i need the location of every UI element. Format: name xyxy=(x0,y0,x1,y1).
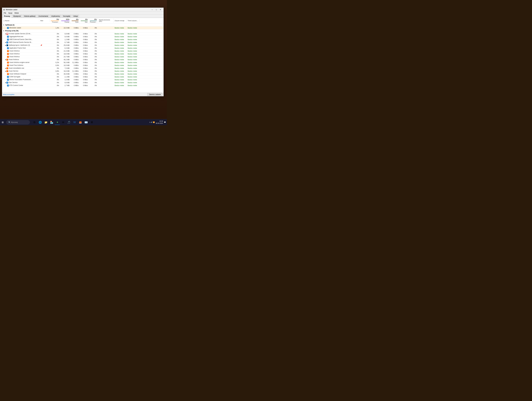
table-row[interactable]: ▶🛡Avast Antivirus0%40,2 MB0 MB/s0 Mb/s0%… xyxy=(2,58,164,61)
row-chevron-icon: ▶ xyxy=(5,42,6,43)
table-row[interactable]: 🛡Avast Antivirus0%19,0 MB0 MB/s0 Mb/s0%B… xyxy=(2,52,164,55)
cell-status: 📌 xyxy=(39,44,50,46)
cell-mem: 0,8 MB xyxy=(60,33,70,35)
maximize-button[interactable]: □ xyxy=(154,8,158,11)
group-label: Aplikacje (1) xyxy=(5,24,14,26)
table-row[interactable]: ⊞Device Association Framework ...0%3,3 M… xyxy=(2,78,164,81)
table-row[interactable]: ▶🅰Acrobat Update Service (32-bit...0%0,8… xyxy=(2,32,164,35)
tab-historia[interactable]: Historia aplikacji xyxy=(23,15,37,18)
close-button[interactable]: ✕ xyxy=(158,8,163,11)
col-header-mem[interactable]: 52% Pamięć xyxy=(60,18,70,23)
less-details-link[interactable]: Mniej szczegółów xyxy=(3,94,14,95)
taskbar-word[interactable]: W xyxy=(72,120,77,125)
table-row[interactable]: 🛡Avast Antivirus0%24,7 MB0 MB/s0 Mb/s0%B… xyxy=(2,55,164,58)
end-task-button[interactable]: Zakończ zadanie xyxy=(147,93,163,96)
cell-status xyxy=(39,65,50,66)
taskbar-explorer[interactable]: 📁 xyxy=(43,120,49,125)
tab-procesy[interactable]: Procesy xyxy=(3,15,12,18)
table-row[interactable]: ⊞AMD External Events Client Mo...0%1,2 M… xyxy=(2,38,164,41)
taskbar-mail[interactable]: ✉ xyxy=(61,120,66,125)
cell-disk: 0 MB/s xyxy=(70,27,80,29)
taskbar-multitasking[interactable]: ⧉ xyxy=(32,120,37,125)
process-name: Avast Antivirus xyxy=(9,56,19,58)
taskbar-store[interactable]: 🏪 xyxy=(49,120,54,125)
tab-wydajnosc[interactable]: Wydajność xyxy=(12,15,22,18)
col-header-disk[interactable]: 6% Dysk xyxy=(70,18,80,23)
cell-gpu: 0% xyxy=(89,70,98,72)
cell-energy-trend: Bardzo niskie xyxy=(127,73,140,75)
cell-gpu-eng xyxy=(98,54,114,54)
start-button[interactable]: ⊞ xyxy=(0,119,5,125)
notification-icon[interactable]: 💬 xyxy=(164,121,166,123)
process-icon: ⊞ xyxy=(6,82,8,84)
cell-energy-trend: Bardzo niskie xyxy=(127,76,140,78)
clock-time: 15:36 xyxy=(156,120,163,122)
taskbar-clock[interactable]: 15:36 06.04.2024 xyxy=(156,120,163,124)
menu-opcje[interactable]: Opcje xyxy=(7,12,13,14)
col-header-energy-trend[interactable]: Trend zużycia ... xyxy=(127,19,140,22)
tab-uzytkownicy[interactable]: Użytkownicy xyxy=(50,15,61,18)
title-bar-controls: ─ □ ✕ xyxy=(150,8,163,11)
cell-energy-trend: Bardzo niskie xyxy=(127,58,140,61)
cell-gpu-eng xyxy=(98,71,114,71)
table-row[interactable]: ▶🛡Avast Service0,8%34,6 MB0,1 MB/s0 Mb/s… xyxy=(2,70,164,73)
col-header-name[interactable]: ▲ Nazwa xyxy=(2,19,39,22)
cell-mem: 25,8 MB xyxy=(60,44,70,46)
cell-status xyxy=(39,77,50,77)
search-bar[interactable]: 🔍 Wyszukaj xyxy=(6,120,30,124)
process-name: Application Frame Host xyxy=(9,47,26,49)
col-header-gpu-eng[interactable]: Aparat procesora GPU xyxy=(98,19,114,23)
cell-gpu-eng xyxy=(98,45,114,45)
table-row[interactable]: ⊞ETD Control Center0%2,7 MB0 MB/s0 Mb/s0… xyxy=(2,84,164,87)
cell-energy: Bardzo niskie xyxy=(114,27,127,29)
process-name: Avast Software Analyzer xyxy=(9,73,26,75)
cell-name: 🛡Avast Free Antivirus xyxy=(2,64,39,67)
col-header-energy[interactable]: Zużycie energii xyxy=(114,19,127,22)
taskbar-firefox[interactable]: 🦊 xyxy=(78,120,83,125)
cell-energy: Bardzo niskie xyxy=(114,47,127,49)
taskbar-vlc[interactable]: 🎵 xyxy=(66,120,71,125)
cell-energy-trend: Bardzo niskie xyxy=(127,64,140,67)
minimize-button[interactable]: ─ xyxy=(150,8,154,11)
table-row[interactable]: ⊞AggregatorHost.exe0%0,6 MB0 MB/s0 Mb/s0… xyxy=(2,35,164,38)
tab-szczegoly[interactable]: Szczegóły xyxy=(62,15,72,18)
group-header-1[interactable]: ▼Procesy w tle (74) xyxy=(2,29,164,32)
table-row[interactable]: 🛡Avast Free Antivirus0,6%10,5 MB0 MB/s0 … xyxy=(2,64,164,67)
process-name: Avast remediation exe xyxy=(9,67,24,69)
group-label: Procesy w tle (74) xyxy=(5,30,18,32)
table-row[interactable]: ▶⊞Elan Service0%0,6 MB0 MB/s0 Mb/s0%Bard… xyxy=(2,81,164,84)
chevron-icon: ▼ xyxy=(3,30,4,32)
table-row[interactable]: 🖥Menedżer zadań1,4%22,5 MB0 MB/s0 Mb/s0%… xyxy=(2,26,164,29)
process-name: Avast Antivirus xyxy=(9,53,19,55)
cell-energy-trend: Bardzo niskie xyxy=(127,67,140,70)
group-header-0[interactable]: ▼Aplikacje (1) xyxy=(2,24,164,26)
table-row[interactable]: ▶🛡Avast remediation exe0%7,0 MB0 MB/s0 M… xyxy=(2,67,164,70)
cell-mem: 0,6 MB xyxy=(60,81,70,84)
table-row[interactable]: 🛡Avast Antivirus0%21,5 MB0 MB/s0 Mb/s0%B… xyxy=(2,50,164,52)
table-body[interactable]: ▼Aplikacje (1) 🖥Menedżer zadań1,4%22,5 M… xyxy=(2,24,164,93)
table-row[interactable]: ⊞Application Frame Host0%6,3 MB0 MB/s0 M… xyxy=(2,47,164,50)
table-row[interactable]: ⊞COM Surrogate0%2,1 MB0 MB/s0 Mb/s0%Bard… xyxy=(2,75,164,78)
tab-uslugi[interactable]: Usługi xyxy=(72,15,79,18)
cell-gpu-eng xyxy=(98,42,114,43)
cell-energy-trend: Bardzo niskie xyxy=(127,70,140,72)
taskbar-edge[interactable]: 🌐 xyxy=(38,120,43,125)
col-header-status[interactable]: Stan xyxy=(39,19,50,22)
col-header-gpu[interactable]: 0% Procesor... xyxy=(89,18,98,23)
table-row[interactable]: ▶📱Aplikacja łącze z telefonem (3)📌0%25,8… xyxy=(2,44,164,47)
col-header-net[interactable]: 0% Sieć xyxy=(80,18,89,23)
table-row[interactable]: 🛡Avast Software Analyzer0%35,9 MB0 MB/s0… xyxy=(2,73,164,75)
cell-gpu: 0% xyxy=(89,50,98,52)
tab-uruchamianie[interactable]: Uruchamianie xyxy=(37,15,50,18)
menu-plik[interactable]: Plik xyxy=(3,12,7,14)
taskbar-mail2[interactable]: 📧 xyxy=(83,120,89,125)
menu-widok[interactable]: Widok xyxy=(13,12,20,14)
cell-cpu: 0% xyxy=(50,78,60,81)
cell-net: 0 Mb/s xyxy=(80,76,89,78)
col-header-cpu[interactable]: 5% Procesor... xyxy=(50,18,60,23)
taskbar-app9[interactable]: 🖥 xyxy=(89,120,95,125)
taskbar-chrome[interactable]: ● xyxy=(55,120,60,125)
table-row[interactable]: 🛡Avast Antivirus engine server0,2%56,3 M… xyxy=(2,61,164,64)
cell-energy: Bardzo niskie xyxy=(114,53,127,55)
table-row[interactable]: ▶⊞AMD External Events Service M...0%0,7 … xyxy=(2,41,164,44)
